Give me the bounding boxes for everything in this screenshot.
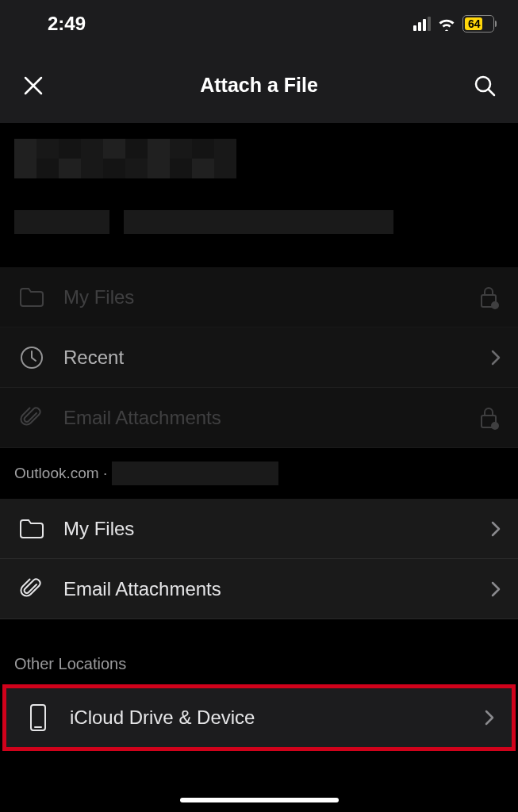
redacted-email (112, 462, 278, 485)
row-icloud-drive-device[interactable]: iCloud Drive & Device (6, 688, 512, 747)
section-header-label: Other Locations (14, 655, 126, 673)
account-section-outlook: My Files Email Attachments (0, 499, 518, 619)
status-time: 2:49 (48, 13, 86, 35)
status-indicators: 64 (413, 15, 494, 33)
redacted-block (14, 139, 236, 178)
section-header-label: Outlook.com · (14, 465, 107, 482)
chevron-right-icon (491, 350, 501, 366)
battery-percent: 64 (468, 17, 481, 30)
row-label: My Files (63, 286, 478, 308)
row-my-files[interactable]: My Files (0, 499, 518, 559)
paperclip-icon (17, 575, 46, 603)
chevron-right-icon (491, 521, 501, 537)
row-label: iCloud Drive & Device (70, 707, 485, 729)
status-bar: 2:49 64 (0, 0, 518, 48)
lock-icon (478, 406, 501, 430)
close-icon (22, 75, 44, 97)
clock-icon (17, 343, 46, 372)
row-label: Email Attachments (63, 407, 478, 429)
page-title: Attach a File (49, 74, 469, 97)
chevron-right-icon (485, 710, 494, 726)
svg-point-2 (491, 301, 499, 309)
row-my-files-disabled: My Files (0, 267, 518, 327)
phone-icon (24, 703, 52, 732)
folder-icon (17, 515, 46, 543)
redacted-block (124, 210, 393, 234)
redacted-account-header (0, 123, 518, 267)
row-recent[interactable]: Recent (0, 327, 518, 388)
row-label: My Files (63, 518, 491, 540)
chevron-right-icon (491, 581, 501, 597)
wifi-icon (437, 17, 456, 31)
row-label: Recent (63, 347, 491, 369)
paperclip-icon (17, 404, 46, 432)
cellular-signal-icon (413, 17, 431, 31)
nav-header: Attach a File (0, 48, 518, 123)
svg-point-5 (491, 422, 499, 430)
row-label: Email Attachments (63, 578, 491, 600)
battery-indicator: 64 (462, 15, 494, 33)
home-indicator[interactable] (180, 798, 339, 802)
highlight-frame: iCloud Drive & Device (2, 684, 516, 751)
account-section-disabled: My Files Recent Email Attachments (0, 267, 518, 448)
row-email-attachments-disabled: Email Attachments (0, 388, 518, 448)
section-header-other: Other Locations (0, 619, 518, 684)
folder-icon (17, 283, 46, 312)
search-icon (473, 74, 497, 98)
section-header-outlook: Outlook.com · (0, 448, 518, 499)
close-button[interactable] (17, 70, 49, 102)
row-email-attachments[interactable]: Email Attachments (0, 559, 518, 619)
redacted-block (14, 210, 109, 234)
search-button[interactable] (469, 70, 501, 102)
lock-icon (478, 285, 501, 309)
